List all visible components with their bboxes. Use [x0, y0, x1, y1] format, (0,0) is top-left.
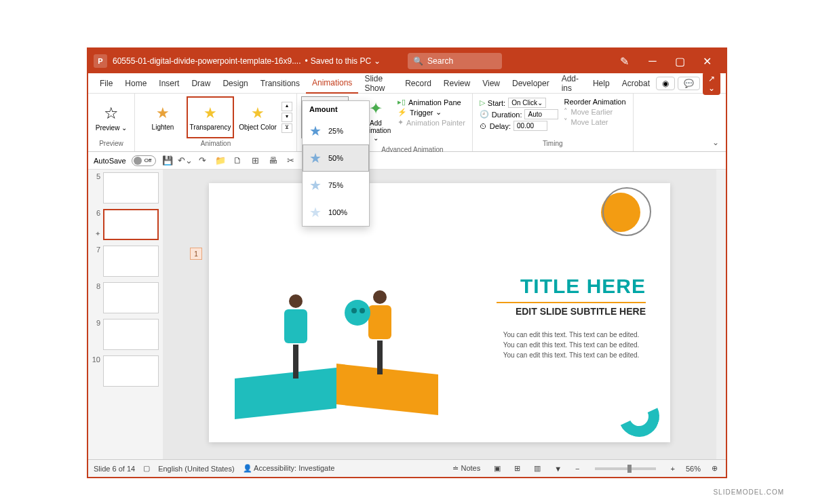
sorter-view-icon[interactable]: ⊞ [511, 464, 523, 473]
slide-thumbnail-7[interactable] [103, 246, 159, 277]
folder-icon[interactable]: 📁 [214, 155, 227, 167]
search-box[interactable]: 🔍 Search [408, 53, 501, 69]
accessibility-status[interactable]: 👤 Accessibility: Investigate [243, 464, 335, 473]
tab-design[interactable]: Design [216, 73, 254, 94]
save-icon[interactable]: 💾 [161, 155, 174, 167]
new-slide-icon[interactable]: ⊞ [250, 155, 262, 167]
trigger-icon: ⚡ [398, 108, 407, 117]
tab-view[interactable]: View [476, 73, 506, 94]
group-label-timing: Timing [477, 138, 629, 149]
tab-review[interactable]: Review [438, 73, 476, 94]
delay-field[interactable]: 00.00 [513, 121, 547, 131]
document-title[interactable]: 60555-01-digital-divide-powerpoint-templ… [113, 56, 301, 66]
gallery-more[interactable]: ⊻ [282, 123, 292, 133]
ribbon-tabs: File Home Insert Draw Design Transitions… [88, 73, 726, 94]
new-file-icon[interactable]: 🗋 [232, 155, 244, 167]
animation-painter-button[interactable]: ✦Animation Painter [398, 118, 465, 127]
cut-icon[interactable]: ✂ [285, 155, 297, 167]
book-icon[interactable]: ▢ [143, 464, 150, 473]
language-status[interactable]: English (United States) [158, 465, 235, 473]
star-icon: ★ [309, 123, 322, 139]
tab-insert[interactable]: Insert [153, 73, 185, 94]
normal-view-icon[interactable]: ▣ [491, 464, 503, 473]
search-icon: 🔍 [413, 56, 423, 66]
fit-to-window-icon[interactable]: ⊕ [709, 464, 720, 473]
move-earlier-button[interactable]: ˄ Move Earlier [564, 107, 625, 116]
animation-transparency[interactable]: ★ Transparency [187, 96, 234, 138]
slide-thumbnail-10[interactable] [103, 355, 159, 387]
slide-thumbnail-8[interactable] [103, 282, 159, 313]
decorative-ring [602, 187, 651, 236]
camera-button[interactable]: ◉ [656, 77, 675, 90]
duration-field[interactable]: Auto [524, 109, 558, 119]
zoom-in-button[interactable]: + [668, 465, 678, 473]
minimize-button[interactable]: ─ [639, 52, 666, 71]
amount-100[interactable]: ★100% [303, 199, 369, 226]
slide-thumbnail-6[interactable]: ✦ [103, 209, 159, 240]
tab-help[interactable]: Help [587, 73, 616, 94]
tab-acrobat[interactable]: Acrobat [616, 73, 656, 94]
coming-soon-icon[interactable]: ✎ [612, 55, 636, 68]
dropdown-header: Amount [303, 101, 369, 117]
collapse-ribbon-icon[interactable]: ⌄ [712, 138, 719, 147]
star-icon: ★ [204, 104, 217, 122]
amount-75[interactable]: ★75% [303, 172, 369, 199]
amount-50[interactable]: ★50% [303, 144, 369, 172]
slide-thumbnail-9[interactable] [103, 319, 159, 350]
animation-indicator-icon: ✦ [95, 230, 100, 237]
maximize-button[interactable]: ▢ [666, 52, 693, 71]
animation-order-marker[interactable]: 1 [190, 248, 202, 260]
group-label-preview: Preview [92, 138, 130, 149]
redo-icon[interactable]: ↷ [197, 155, 209, 167]
tab-addins[interactable]: Add-ins [556, 73, 587, 94]
slide-editor[interactable]: 1 TITLE HERE EDIT SLIDE SUBTITLE HERE Yo… [163, 170, 716, 459]
animation-gallery-arrows[interactable]: ▴ ▾ ⊻ [282, 96, 292, 138]
zoom-slider[interactable] [595, 467, 656, 470]
slide-subtitle[interactable]: EDIT SLIDE SUBTITLE HERE [497, 302, 646, 317]
close-button[interactable]: ✕ [693, 52, 720, 71]
slide-thumbnail-5[interactable] [103, 172, 159, 203]
decorative-arc [613, 391, 665, 443]
zoom-level[interactable]: 56% [686, 465, 701, 473]
slide-counter[interactable]: Slide 6 of 14 [94, 465, 135, 473]
slide-body-text[interactable]: You can edit this text. This text can be… [497, 330, 646, 360]
trigger-button[interactable]: ⚡Trigger ⌄ [398, 108, 465, 117]
tab-animations[interactable]: Animations [306, 73, 358, 94]
start-dropdown[interactable]: On Click ⌄ [508, 98, 546, 108]
tab-transitions[interactable]: Transitions [254, 73, 306, 94]
preview-button[interactable]: ☆ Preview ⌄ [92, 96, 130, 138]
save-status-dropdown[interactable]: •Saved to this PC⌄ [305, 56, 381, 66]
tab-slide-show[interactable]: Slide Show [358, 73, 399, 94]
tab-home[interactable]: Home [119, 73, 153, 94]
painter-icon: ✦ [398, 118, 404, 127]
star-icon: ★ [309, 177, 322, 193]
slideshow-view-icon[interactable]: ▼ [551, 465, 564, 473]
tab-record[interactable]: Record [399, 73, 438, 94]
amount-25[interactable]: ★25% [303, 117, 369, 144]
slide-illustration[interactable] [228, 258, 438, 421]
tab-draw[interactable]: Draw [185, 73, 216, 94]
undo-icon[interactable]: ↶⌄ [179, 155, 191, 167]
slide-title[interactable]: TITLE HERE [520, 275, 646, 298]
gallery-up[interactable]: ▴ [282, 102, 292, 111]
share-button[interactable]: ↗ ⌄ [703, 72, 720, 95]
comments-button[interactable]: 💬 [678, 77, 700, 90]
autosave-toggle[interactable]: Off [132, 155, 156, 166]
thumbnail-pane[interactable]: 5 6✦ 7 8 9 10 [88, 170, 163, 459]
slide-canvas[interactable]: 1 TITLE HERE EDIT SLIDE SUBTITLE HERE Yo… [209, 183, 670, 442]
animation-lighten[interactable]: ★ Lighten [139, 96, 187, 138]
tab-file[interactable]: File [94, 73, 119, 94]
watermark: SLIDEMODEL.COM [713, 488, 784, 496]
print-icon[interactable]: 🖶 [267, 155, 279, 167]
star-icon: ★ [251, 104, 265, 122]
reading-view-icon[interactable]: ▥ [531, 464, 543, 473]
zoom-out-button[interactable]: − [573, 465, 582, 473]
group-label-advanced: Advanced Animation [357, 144, 468, 155]
animation-object-color[interactable]: ★ Object Color [234, 96, 282, 138]
vertical-scrollbar[interactable] [716, 170, 726, 459]
animation-pane-button[interactable]: ▸▯Animation Pane [398, 98, 465, 106]
gallery-down[interactable]: ▾ [282, 113, 292, 122]
move-later-button[interactable]: ˅ Move Later [564, 117, 625, 126]
tab-developer[interactable]: Developer [506, 73, 556, 94]
notes-button[interactable]: ≐ Notes [450, 464, 483, 473]
